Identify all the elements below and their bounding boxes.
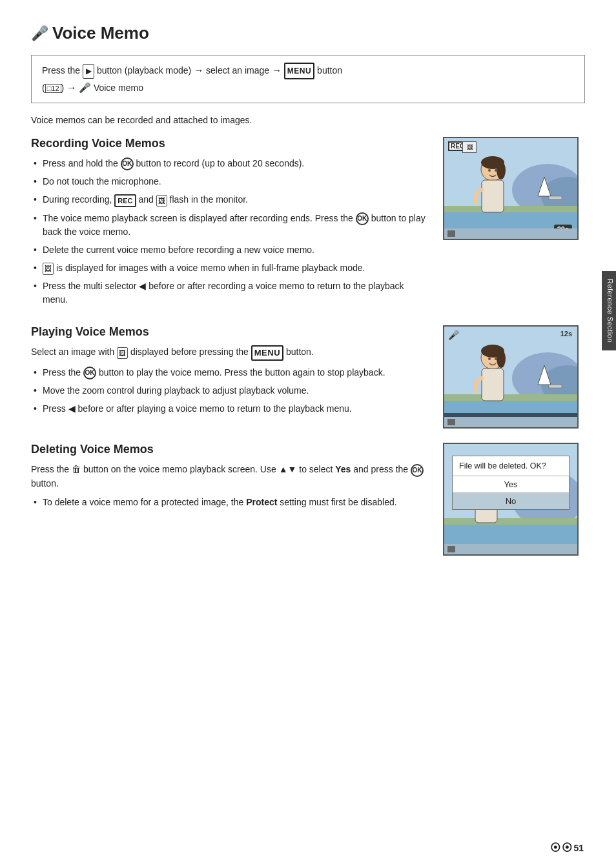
svg-point-25 bbox=[495, 358, 497, 360]
recording-bullet-2: Do not touch the microphone. bbox=[31, 175, 430, 188]
svg-rect-19 bbox=[444, 394, 579, 401]
recording-bullet-1: Press and hold the OK button to record (… bbox=[31, 157, 430, 170]
svg-rect-29 bbox=[444, 518, 579, 525]
img-icon1: 🖼 bbox=[156, 195, 167, 207]
playing-intro: Select an image with 🖼 displayed before … bbox=[31, 345, 430, 361]
page-ref-icon: □12 bbox=[45, 84, 61, 93]
svg-rect-10 bbox=[482, 180, 504, 212]
delete-dialog-no: No bbox=[453, 493, 569, 509]
arrow2-icon: → bbox=[272, 65, 282, 76]
page-number: ⦿ ⦿ 51 bbox=[550, 842, 584, 854]
deleting-screen-col: File will be deleted. OK? Yes No bbox=[443, 443, 585, 556]
delete-screen-camera-bar bbox=[444, 544, 577, 554]
play-screen-timer: 12s bbox=[560, 330, 572, 338]
menu-icon: MENU bbox=[284, 63, 314, 79]
deleting-section: Deleting Voice Memos Press the 🗑 button … bbox=[31, 443, 585, 556]
ok-button-icon3: OK bbox=[83, 367, 96, 379]
deleting-bullets: To delete a voice memo for a protected i… bbox=[31, 496, 430, 509]
deleting-title: Deleting Voice Memos bbox=[31, 443, 430, 456]
delete-dialog-yes: Yes bbox=[453, 476, 569, 493]
deleting-bullet-1: To delete a voice memo for a protected i… bbox=[31, 496, 430, 509]
recording-title: Recording Voice Memos bbox=[31, 137, 430, 150]
instruction-line1: Press the ▶ button (playback mode) → sel… bbox=[42, 65, 342, 76]
play-camera-bar-icon bbox=[447, 419, 455, 425]
svg-point-12 bbox=[495, 169, 497, 172]
arrow3-icon: → bbox=[67, 82, 76, 93]
delete-camera-bar-icon bbox=[447, 546, 455, 552]
instruction-line2: (□12) → 🎤 Voice memo bbox=[42, 83, 143, 93]
ok-button-icon4: OK bbox=[411, 464, 424, 477]
playback-icon: ▶ bbox=[83, 64, 94, 79]
menu-bold-icon: MENU bbox=[251, 345, 283, 361]
playing-text-col: Playing Voice Memos Select an image with… bbox=[31, 325, 430, 420]
page-title: 🎤 Voice Memo bbox=[31, 23, 585, 43]
recording-screen-col: REC 🖼 20s bbox=[443, 137, 585, 240]
delete-dialog-message: File will be deleted. OK? bbox=[453, 456, 569, 476]
recording-bullet-4: The voice memo playback screen is displa… bbox=[31, 212, 430, 239]
rec-screen-img-icon: 🖼 bbox=[462, 141, 477, 153]
img-icon3: 🖼 bbox=[117, 347, 128, 359]
svg-rect-23 bbox=[482, 368, 504, 401]
svg-rect-6 bbox=[444, 206, 579, 212]
instruction-box: Press the ▶ button (playback mode) → sel… bbox=[31, 55, 585, 103]
playing-bullet-2: Move the zoom control during playback to… bbox=[31, 384, 430, 398]
delete-dialog: File will be deleted. OK? Yes No bbox=[452, 456, 570, 510]
play-screen-mic-icon: 🎤 bbox=[448, 330, 459, 340]
deleting-text-col: Deleting Voice Memos Press the 🗑 button … bbox=[31, 443, 430, 513]
page-bullet-icon: ⦿ bbox=[550, 842, 560, 854]
recording-bullets: Press and hold the OK button to record (… bbox=[31, 157, 430, 307]
playing-title: Playing Voice Memos bbox=[31, 325, 430, 339]
deleting-camera-screen: File will be deleted. OK? Yes No bbox=[443, 443, 579, 556]
playing-camera-screen: 🎤 12s ◉Back OK▶ bbox=[443, 325, 579, 429]
mic-title-icon: 🎤 bbox=[31, 25, 48, 42]
recording-bullet-3: During recording, REC and 🖼 flash in the… bbox=[31, 193, 430, 207]
rec-badge-icon: REC bbox=[114, 194, 136, 208]
svg-point-9 bbox=[497, 161, 506, 179]
svg-point-11 bbox=[488, 169, 491, 172]
page-number-value: 51 bbox=[573, 843, 584, 853]
arrow1-icon: → bbox=[194, 65, 203, 76]
playing-bullet-1: Press the OK button to play the voice me… bbox=[31, 366, 430, 379]
recording-bullet-5: Delete the current voice memo before rec… bbox=[31, 243, 430, 257]
ok-button-icon2: OK bbox=[356, 212, 369, 225]
playing-section: Playing Voice Memos Select an image with… bbox=[31, 325, 585, 429]
intro-text: Voice memos can be recorded and attached… bbox=[31, 115, 585, 125]
ok-button-icon1: OK bbox=[121, 157, 134, 170]
recording-camera-screen: REC 🖼 20s bbox=[443, 137, 579, 240]
recording-text-col: Recording Voice Memos Press and hold the… bbox=[31, 137, 430, 311]
recording-bullet-7: Press the multi selector ◀ before or aft… bbox=[31, 279, 430, 307]
img-icon2: 🖼 bbox=[43, 263, 54, 275]
svg-point-22 bbox=[497, 350, 506, 368]
svg-rect-5 bbox=[549, 196, 562, 199]
page-bullet-2-icon: ⦿ bbox=[562, 842, 572, 854]
svg-point-24 bbox=[488, 358, 491, 360]
deleting-intro: Press the 🗑 button on the voice memo pla… bbox=[31, 463, 430, 490]
playing-bullets: Press the OK button to play the voice me… bbox=[31, 366, 430, 416]
reference-section-tab: Reference Section bbox=[602, 271, 616, 350]
mic-inline-icon: 🎤 bbox=[79, 82, 91, 93]
recording-section: Recording Voice Memos Press and hold the… bbox=[31, 137, 585, 311]
bottom-bar-icon bbox=[447, 230, 455, 237]
playing-bullet-3: Press ◀ before or after playing a voice … bbox=[31, 402, 430, 416]
play-screen-camera-bar bbox=[444, 417, 577, 427]
svg-rect-18 bbox=[549, 385, 562, 388]
recording-bullet-6: 🖼 is displayed for images with a voice m… bbox=[31, 261, 430, 275]
playing-screen-col: 🎤 12s ◉Back OK▶ bbox=[443, 325, 585, 429]
rec-screen-bottom-bar bbox=[444, 228, 577, 239]
